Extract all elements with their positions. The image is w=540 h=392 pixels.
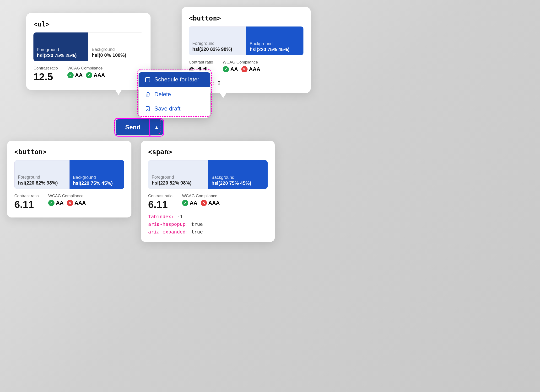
send-chevron-button[interactable]: ▲ <box>150 119 163 135</box>
card-button-top-contrast-label: Contrast ratio <box>189 60 213 65</box>
card-span-stats: Contrast ratio 6.11 WCAG Compliance ✓ AA… <box>148 194 268 210</box>
swatch-ul-bg-title: Background <box>92 47 140 52</box>
card-span-contrast-label: Contrast ratio <box>148 194 173 198</box>
card-span-wcag: WCAG Compliance ✓ AA ✕ AAA <box>182 194 220 206</box>
card-ul-contrast-value: 12.5 <box>33 71 58 83</box>
swatch-button-top-fg-title: Foreground <box>192 41 243 46</box>
card-span-badges: ✓ AA ✕ AAA <box>182 200 220 206</box>
aria-expanded-value: true <box>191 229 203 235</box>
card-button-bottom-contrast: Contrast ratio 6.11 <box>14 194 39 210</box>
badge-aa: ✓ AA <box>67 72 83 78</box>
badge-bottom-aaa: ✕ AAA <box>67 200 86 206</box>
swatch-ul-bg: Background hsl(0 0% 100%) <box>88 32 143 61</box>
badge-span-aa: ✓ AA <box>182 200 197 206</box>
span-tabindex-label: tabindex: <box>148 214 174 219</box>
save-draft-label: Save draft <box>154 105 180 112</box>
badge-span-aaa-label: AAA <box>208 200 220 206</box>
swatch-button-top-bg-value: hsl(220 75% 45%) <box>250 47 300 52</box>
card-button-bottom-badges: ✓ AA ✕ AAA <box>48 200 86 206</box>
swatch-button-top-fg: Foreground hsl(220 82% 98%) <box>189 26 246 55</box>
badge-span-aa-icon: ✓ <box>182 200 188 206</box>
card-button-bottom-contrast-value: 6.11 <box>14 199 39 210</box>
card-span-swatches: Foreground hsl(220 82% 98%) Background h… <box>148 160 268 189</box>
card-button-top-tag: <button> <box>189 14 303 22</box>
swatch-ul-fg: Foreground hsl(220 75% 25%) <box>33 32 88 61</box>
swatch-button-bottom-bg: Background hsl(220 75% 45%) <box>70 160 124 189</box>
calendar-icon <box>144 76 151 83</box>
tabindex-value: 0 <box>217 80 220 86</box>
badge-bottom-aa: ✓ AA <box>48 200 64 206</box>
badge-aa-icon: ✓ <box>67 72 74 78</box>
card-button-top-badges: ✓ AA ✕ AAA <box>223 66 260 72</box>
swatch-button-bottom-bg-value: hsl(220 75% 45%) <box>73 180 121 186</box>
swatch-span-bg-value: hsl(220 75% 45%) <box>211 180 264 186</box>
swatch-button-bottom-bg-title: Background <box>73 175 121 180</box>
card-ul-tag: <ul> <box>33 20 143 28</box>
swatch-ul-fg-title: Foreground <box>37 47 85 52</box>
badge-bottom-aaa-icon: ✕ <box>67 200 73 206</box>
card-span-wcag-label: WCAG Compliance <box>182 194 220 198</box>
card-span: <span> Foreground hsl(220 82% 98%) Backg… <box>141 141 275 242</box>
card-span-tabindex: tabindex: -1 <box>148 214 268 219</box>
swatch-span-fg-value: hsl(220 82% 98%) <box>152 180 205 186</box>
badge-top-aaa: ✕ AAA <box>241 66 260 72</box>
swatch-button-bottom-fg-value: hsl(220 82% 98%) <box>18 180 66 186</box>
card-ul-badges: ✓ AA ✓ AAA <box>67 72 105 78</box>
swatch-button-bottom-fg: Foreground hsl(220 82% 98%) <box>14 160 70 189</box>
badge-aaa-icon: ✓ <box>86 72 92 78</box>
card-ul: <ul> Foreground hsl(220 75% 25%) Backgro… <box>26 13 151 90</box>
badge-aaa: ✓ AAA <box>86 72 105 78</box>
card-span-tag: <span> <box>148 148 268 156</box>
badge-top-aa-icon: ✓ <box>223 66 229 72</box>
swatch-span-bg: Background hsl(220 75% 45%) <box>208 160 268 189</box>
dropdown-item-schedule[interactable]: Schedule for later <box>139 72 210 87</box>
svg-rect-0 <box>146 78 150 82</box>
card-ul-contrast-label: Contrast ratio <box>33 66 58 71</box>
aria-haspopup-value: true <box>191 221 203 227</box>
card-ul-swatches: Foreground hsl(220 75% 25%) Background h… <box>33 32 143 61</box>
aria-expanded-label: aria-expanded: <box>148 229 189 235</box>
span-tabindex-value: -1 <box>177 214 183 219</box>
card-button-bottom-stats: Contrast ratio 6.11 WCAG Compliance ✓ AA… <box>14 194 124 210</box>
bookmark-icon <box>144 105 151 112</box>
badge-top-aa-label: AA <box>230 66 238 72</box>
card-button-top-swatches: Foreground hsl(220 82% 98%) Background h… <box>189 26 303 55</box>
card-button-top-wcag: WCAG Compliance ✓ AA ✕ AAA <box>223 60 260 72</box>
dropdown-item-delete[interactable]: Delete <box>139 87 210 101</box>
swatch-span-bg-title: Background <box>211 175 264 180</box>
card-button-top-wcag-label: WCAG Compliance <box>223 60 260 65</box>
card-button-bottom-wcag-label: WCAG Compliance <box>48 194 86 198</box>
badge-top-aa: ✓ AA <box>223 66 238 72</box>
badge-span-aaa: ✕ AAA <box>201 200 220 206</box>
trash-icon <box>144 91 151 98</box>
send-button-group[interactable]: Send ▲ <box>116 119 163 135</box>
card-ul-stats: Contrast ratio 12.5 WCAG Compliance ✓ AA… <box>33 66 143 83</box>
swatch-button-top-bg: Background hsl(220 75% 45%) <box>246 26 303 55</box>
delete-label: Delete <box>154 91 171 98</box>
badge-aaa-label: AAA <box>94 72 105 78</box>
card-button-bottom-wcag: WCAG Compliance ✓ AA ✕ AAA <box>48 194 86 206</box>
badge-bottom-aaa-label: AAA <box>75 200 86 206</box>
card-ul-contrast: Contrast ratio 12.5 <box>33 66 58 83</box>
card-ul-wcag: WCAG Compliance ✓ AA ✓ AAA <box>67 66 105 78</box>
dropdown-item-save-draft[interactable]: Save draft <box>139 101 210 116</box>
swatch-button-top-fg-value: hsl(220 82% 98%) <box>192 47 243 52</box>
swatch-span-fg: Foreground hsl(220 82% 98%) <box>148 160 208 189</box>
card-ul-wcag-label: WCAG Compliance <box>67 66 105 71</box>
badge-bottom-aa-icon: ✓ <box>48 200 54 206</box>
card-span-aria-haspopup: aria-haspopup: true <box>148 221 268 227</box>
card-span-contrast: Contrast ratio 6.11 <box>148 194 173 210</box>
swatch-button-bottom-fg-title: Foreground <box>18 175 66 180</box>
badge-span-aaa-icon: ✕ <box>201 200 207 206</box>
card-button-bottom-swatches: Foreground hsl(220 82% 98%) Background h… <box>14 160 124 189</box>
aria-haspopup-label: aria-haspopup: <box>148 221 189 227</box>
schedule-label: Schedule for later <box>154 76 199 83</box>
swatch-ul-fg-value: hsl(220 75% 25%) <box>37 53 85 58</box>
card-span-aria-expanded: aria-expanded: true <box>148 229 268 235</box>
send-button[interactable]: Send <box>116 119 150 135</box>
card-button-bottom-tag: <button> <box>14 148 124 156</box>
badge-bottom-aa-label: AA <box>56 200 64 206</box>
dropdown-menu[interactable]: Schedule for later Delete Save draft <box>139 70 210 118</box>
card-button-bottom-contrast-label: Contrast ratio <box>14 194 39 198</box>
swatch-span-fg-title: Foreground <box>152 175 205 180</box>
